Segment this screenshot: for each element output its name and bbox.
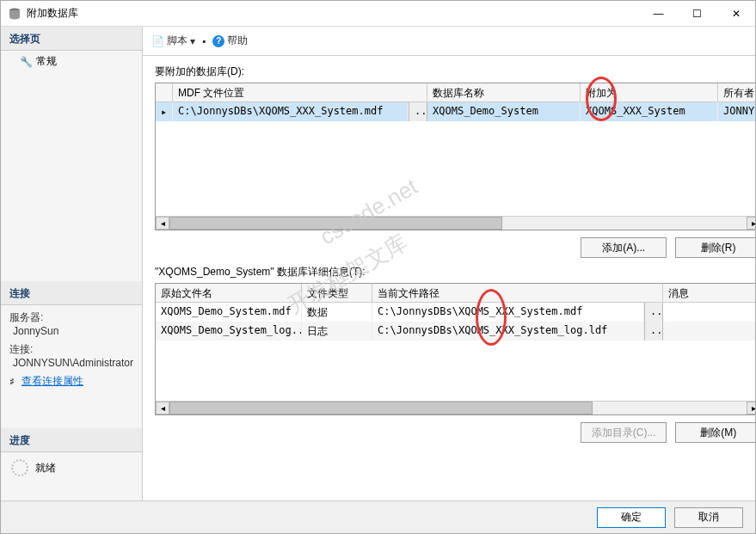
maximize-button[interactable]: ☐ [678, 1, 716, 26]
connection-props-icon: ♯ [9, 376, 15, 388]
server-label: 服务器: [9, 310, 133, 325]
browse-path-button[interactable]: ... [644, 322, 663, 341]
script-dropdown[interactable]: 📄 脚本 ▾ [151, 34, 195, 48]
db-details-grid[interactable]: 原始文件名 文件类型 当前文件路径 消息 XQOMS_Demo_System.m… [155, 283, 755, 415]
cell-attach-as[interactable]: XQOMS_XXX_System [581, 102, 718, 121]
browse-path-button[interactable]: ... [644, 303, 663, 322]
dialog-footer: 确定 取消 [1, 500, 755, 533]
col-current-path[interactable]: 当前文件路径 [372, 284, 663, 302]
help-button[interactable]: ? 帮助 [212, 34, 248, 48]
table-row[interactable]: XQOMS_Demo_System.mdf 数据 C:\JonnysDBs\XQ… [156, 303, 755, 322]
add-button[interactable]: 添加(A)... [581, 237, 667, 258]
db-details-label: "XQOMS_Demo_System" 数据库详细信息(T): [155, 265, 755, 279]
titlebar[interactable]: 附加数据库 — ☐ ✕ [1, 1, 755, 27]
sidebar-item-general[interactable]: 🔧 常规 [1, 51, 142, 72]
table-row[interactable]: ▸ C:\JonnysDBs\XQOMS_XXX_System.mdf ... … [156, 102, 755, 121]
select-page-header: 选择页 [1, 27, 142, 51]
add-directory-button: 添加目录(C)... [581, 422, 667, 443]
remove-file-button[interactable]: 删除(M) [675, 422, 755, 443]
ok-button[interactable]: 确定 [597, 507, 666, 528]
col-owner[interactable]: 所有者 [718, 83, 755, 101]
close-button[interactable]: ✕ [716, 1, 755, 26]
database-icon [8, 7, 22, 21]
col-file-type[interactable]: 文件类型 [302, 284, 372, 302]
main-panel: 📄 脚本 ▾ ▪ ? 帮助 要附加的数据库(D): MDF 文件位置 数据库名称 [143, 27, 755, 500]
col-attach-as[interactable]: 附加为 [581, 83, 718, 101]
databases-grid[interactable]: MDF 文件位置 数据库名称 附加为 所有者 ▸ C:\JonnysDBs\XQ… [155, 83, 755, 230]
col-mdf-location[interactable]: MDF 文件位置 [173, 83, 427, 101]
table-row[interactable]: XQOMS_Demo_System_log... 日志 C:\JonnysDBs… [156, 322, 755, 341]
toolbar: 📄 脚本 ▾ ▪ ? 帮助 [143, 27, 755, 56]
view-connection-props-link[interactable]: 查看连接属性 [18, 374, 83, 389]
wrench-icon: 🔧 [20, 56, 33, 68]
cell-dbname[interactable]: XQOMS_Demo_System [427, 102, 581, 121]
window-title: 附加数据库 [27, 6, 639, 21]
col-orig-filename[interactable]: 原始文件名 [156, 284, 302, 302]
cell-owner[interactable]: JONNY [718, 102, 755, 121]
sidebar: 选择页 🔧 常规 连接 服务器: JonnySun 连接: JONNYSUN\A… [1, 27, 143, 500]
cancel-button[interactable]: 取消 [674, 507, 743, 528]
databases-to-attach-label: 要附加的数据库(D): [155, 64, 755, 79]
horizontal-scrollbar[interactable]: ◂▸ [156, 216, 755, 230]
script-icon: 📄 [151, 35, 164, 47]
connection-value: JONNYSUN\Administrator [9, 357, 133, 369]
cell-mdf[interactable]: C:\JonnysDBs\XQOMS_XXX_System.mdf [173, 102, 409, 121]
minimize-button[interactable]: — [639, 1, 678, 26]
progress-spinner-icon [11, 459, 28, 476]
browse-mdf-button[interactable]: ... [409, 102, 427, 121]
progress-status: 就绪 [35, 461, 56, 476]
server-value: JonnySun [9, 325, 133, 337]
connection-label: 连接: [9, 342, 133, 357]
progress-header: 进度 [1, 428, 142, 452]
connection-header: 连接 [1, 281, 142, 305]
col-db-name[interactable]: 数据库名称 [427, 83, 581, 101]
col-message[interactable]: 消息 [663, 284, 755, 302]
row-indicator-icon: ▸ [156, 102, 173, 121]
chevron-down-icon: ▾ [190, 35, 195, 47]
help-icon: ? [212, 35, 224, 47]
remove-button[interactable]: 删除(R) [675, 237, 755, 258]
attach-database-window: 附加数据库 — ☐ ✕ 选择页 🔧 常规 连接 服务器: JonnySun 连接… [0, 0, 756, 534]
horizontal-scrollbar[interactable]: ◂▸ [156, 401, 755, 414]
